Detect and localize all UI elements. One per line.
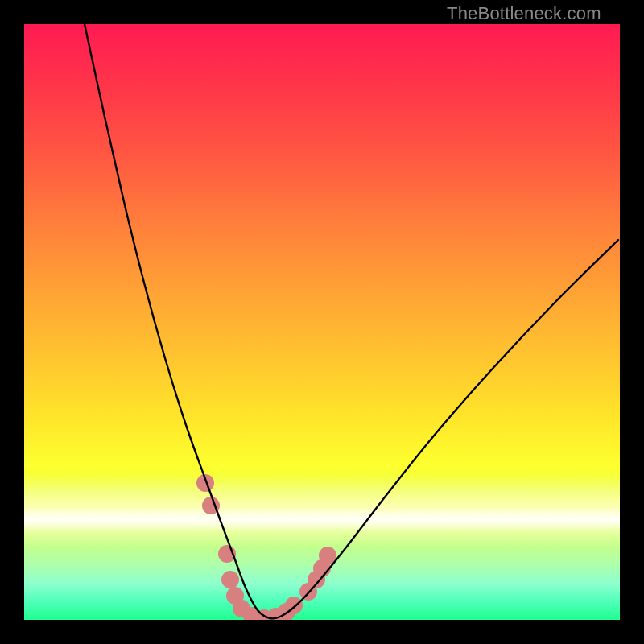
chart-frame: TheBottleneck.com [0,0,644,644]
marker-dot [221,571,239,588]
watermark-text: TheBottleneck.com [447,3,601,24]
highlight-markers [196,474,336,620]
curve-svg [24,24,620,620]
bottleneck-curve [85,24,618,618]
plot-area [24,24,620,620]
